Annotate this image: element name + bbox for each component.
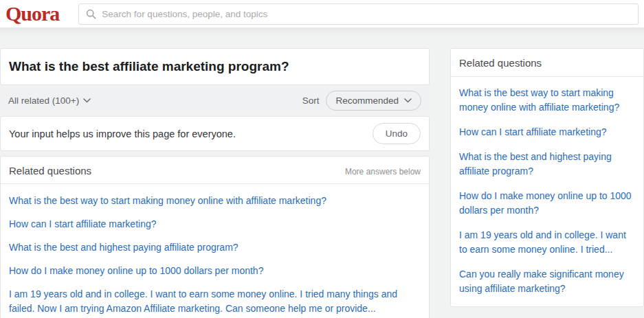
related-question-link[interactable]: I am 19 years old and in college. I want… [9,287,421,316]
related-questions-card: Related questions More answers below Wha… [0,156,430,318]
sort-group: Sort Recommended [302,91,421,111]
related-questions-title: Related questions [9,165,91,177]
question-title-card: What is the best affiliate marketing pro… [0,48,430,85]
undo-button[interactable]: Undo [373,123,421,144]
sort-label: Sort [302,95,320,106]
chevron-down-icon [83,98,91,103]
sidebar-question-link[interactable]: I am 19 years old and in college. I want… [459,228,635,257]
sidebar-question-link[interactable]: How can I start affiliate marketing? [459,125,635,139]
sidebar-question-link[interactable]: How do I make money online up to 1000 do… [459,189,635,218]
related-question-link[interactable]: How do I make money online up to 1000 do… [9,264,421,278]
page-title: What is the best affiliate marketing pro… [9,59,421,74]
search-icon [86,9,96,19]
sidebar-related-card: Related questions What is the best way t… [450,48,644,307]
related-question-link[interactable]: How can I start affiliate marketing? [9,217,421,231]
sidebar-question-link[interactable]: What is the best and highest paying affi… [459,150,635,179]
sidebar-question-link[interactable]: Can you really make significant money us… [459,267,635,296]
sidebar: Related questions What is the best way t… [450,48,644,307]
page-content: What is the best affiliate marketing pro… [0,36,644,318]
sidebar-related-title: Related questions [459,57,542,69]
more-answers-link[interactable]: More answers below [345,167,421,177]
feedback-message: Your input helps us improve this page fo… [9,128,236,139]
quora-logo[interactable]: Quora [5,2,59,25]
sidebar-related-header: Related questions [451,49,643,77]
search-input[interactable] [102,9,638,19]
sort-value: Recommended [335,95,399,106]
top-header: Quora [0,0,644,27]
related-question-link[interactable]: What is the best way to start making mon… [9,194,421,208]
related-question-link[interactable]: What is the best and highest paying affi… [9,240,421,255]
all-related-label: All related (100+) [8,95,79,106]
chevron-down-icon [404,98,412,103]
related-questions-list: What is the best way to start making mon… [1,184,429,318]
sidebar-questions-list: What is the best way to start making mon… [451,77,643,306]
search-bar[interactable] [78,3,639,25]
sidebar-question-link[interactable]: What is the best way to start making mon… [459,86,635,115]
feedback-banner: Your input helps us improve this page fo… [0,116,430,151]
sort-dropdown[interactable]: Recommended [326,91,421,111]
all-related-dropdown[interactable]: All related (100+) [8,95,91,106]
filter-bar: All related (100+) Sort Recommended [0,89,430,112]
header-shadow [0,27,644,36]
main-column: What is the best affiliate marketing pro… [0,48,430,318]
related-questions-header: Related questions More answers below [1,157,429,184]
